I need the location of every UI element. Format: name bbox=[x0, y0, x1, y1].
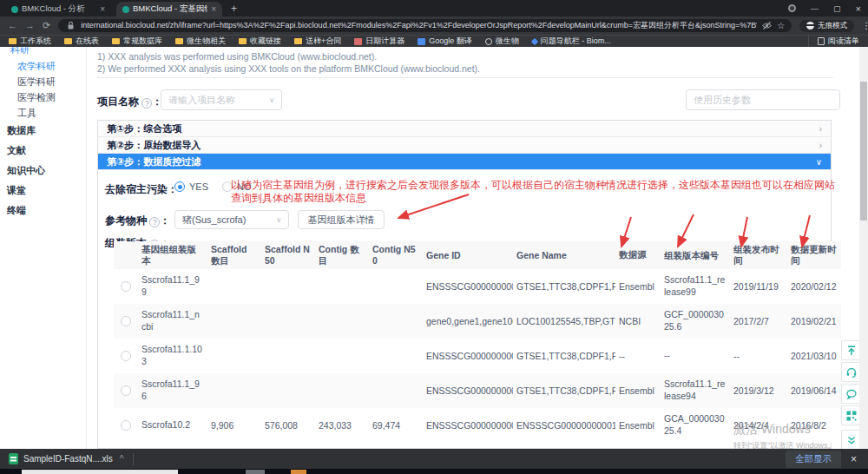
row-radio[interactable] bbox=[121, 281, 131, 292]
back-to-top-button[interactable] bbox=[841, 340, 861, 360]
col-gene-name: Gene Name bbox=[513, 250, 615, 260]
cell-release-date: 2019/11/19 bbox=[730, 281, 787, 292]
floating-toolbar bbox=[841, 340, 861, 449]
show-all-downloads-button[interactable]: 全部显示 bbox=[786, 451, 841, 468]
table-row[interactable]: Sscrofa11.1_99 ENSSSCG00000000002,E... G… bbox=[114, 269, 841, 304]
bookmark-item[interactable]: 问题导航栏 - Biom... bbox=[532, 36, 611, 47]
cell-data-source: NCBI bbox=[615, 316, 661, 326]
customer-service-button[interactable] bbox=[841, 362, 861, 382]
row-radio[interactable] bbox=[121, 316, 131, 326]
cell-assembly-number: Sscrofa11.1_release94 bbox=[661, 379, 730, 402]
shelf-close-icon[interactable]: × bbox=[851, 453, 857, 465]
sidebar-item-research[interactable]: 科研 bbox=[0, 47, 86, 58]
project-name-select[interactable]: 请输入项目名称 ∨ bbox=[161, 89, 282, 110]
file-menu-caret-icon[interactable]: ^ bbox=[120, 454, 124, 464]
steps-accordion: 第①步：综合选项 › 第②步：原始数据导入 › 第③步：数据质控过滤 ∨ 去除宿… bbox=[97, 120, 832, 449]
cell-release-date: 2019/3/12 bbox=[730, 385, 787, 396]
reference-species-select[interactable]: 猪(Sus_scrofa) ∨ bbox=[174, 210, 289, 229]
cell-update-date: 2019/02/21 bbox=[787, 316, 841, 326]
cell-data-source: -- bbox=[615, 351, 661, 361]
eye-off-icon[interactable] bbox=[761, 20, 773, 31]
headset-icon bbox=[845, 366, 858, 379]
help-icon[interactable]: ? bbox=[141, 98, 152, 109]
cell-scaffold-n50: 576,008 bbox=[261, 420, 315, 431]
sidebar-item-medical-research[interactable]: 医学科研 bbox=[0, 74, 86, 89]
bookmark-label: Google 翻译 bbox=[429, 36, 472, 47]
bookmark-item[interactable]: Google 翻译 bbox=[418, 36, 472, 47]
col-assembly-version: 基因组组装版本 bbox=[138, 244, 207, 266]
bookmark-item[interactable]: 微生物相关 bbox=[175, 36, 226, 47]
citation-note-1: 1) XXX analysis was performed using BMKC… bbox=[97, 51, 377, 62]
url-text: international.biocloud.net/zh/iframe?url… bbox=[81, 20, 757, 31]
sidebar-item-medical-testing[interactable]: 医学检测 bbox=[0, 89, 86, 105]
step1-header[interactable]: 第①步：综合选项 › bbox=[98, 121, 831, 137]
step3-header[interactable]: 第③步：数据质控过滤 ∨ bbox=[98, 154, 831, 170]
bookmark-folder-icon bbox=[531, 37, 538, 44]
tab-search-icon[interactable] bbox=[788, 4, 796, 12]
history-params-input[interactable] bbox=[686, 89, 840, 110]
window-maximize-icon[interactable]: ▢ bbox=[833, 4, 841, 13]
reading-list-button[interactable]: 阅读清单 bbox=[808, 36, 859, 47]
table-row[interactable]: Sscrofa10.2 9,906 576,008 243,033 69,474… bbox=[114, 408, 841, 443]
row-radio[interactable] bbox=[121, 351, 131, 361]
bookmark-item[interactable]: 日期计算器 bbox=[354, 36, 404, 47]
window-minimize-icon[interactable]: — bbox=[811, 4, 819, 13]
sidebar-item-agri-research[interactable]: 农学科研 bbox=[0, 58, 86, 74]
row-radio-cell bbox=[114, 281, 138, 292]
browser-tab-metagenome[interactable]: BMKCloud - 宏基因组分析平台 × bbox=[116, 2, 222, 16]
cell-update-date: 2019/06/14 bbox=[787, 385, 841, 396]
radio-yes[interactable]: YES bbox=[174, 181, 208, 192]
table-row[interactable]: Sscrofa11.1_ncbi gene0,gene1,gene100,ge.… bbox=[114, 304, 841, 339]
row-radio[interactable] bbox=[121, 385, 131, 396]
browser-tab-analysis[interactable]: BMKCloud - 分析 × bbox=[5, 2, 111, 16]
table-row[interactable]: Sscrofa11.1.103 ENSSSCG00000000002,E... … bbox=[114, 339, 841, 373]
tab-close-icon[interactable]: × bbox=[211, 4, 216, 14]
qr-code-icon bbox=[845, 410, 858, 422]
window-close-icon[interactable]: × bbox=[856, 3, 861, 14]
sidebar-item-classroom[interactable]: 课堂 bbox=[0, 181, 86, 201]
sidebar-item-knowledge-center[interactable]: 知识中心 bbox=[0, 161, 86, 181]
url-bar[interactable]: international.biocloud.net/zh/iframe?url… bbox=[58, 19, 792, 32]
bmkcloud-favicon bbox=[122, 6, 129, 13]
cell-update-date: 2020/02/12 bbox=[787, 281, 841, 292]
tab-title: BMKCloud - 宏基因组分析平台 bbox=[133, 3, 207, 15]
browser-menu-icon[interactable]: ⋮ bbox=[862, 21, 868, 30]
bookmark-item[interactable]: 工作系统 bbox=[9, 36, 51, 47]
download-shelf: SampleID-FastqN....xls ^ 全部显示 × bbox=[0, 449, 868, 469]
tab-close-icon[interactable]: × bbox=[100, 4, 105, 14]
bookmark-item[interactable]: 送样+合同 bbox=[294, 36, 341, 47]
bookmark-star-icon[interactable]: ☆ bbox=[777, 21, 785, 30]
bookmark-item[interactable]: 微生物 bbox=[485, 36, 519, 47]
downloaded-file-chip[interactable]: SampleID-FastqN....xls ^ bbox=[0, 449, 133, 469]
cell-release-date: -- bbox=[730, 351, 787, 361]
table-row[interactable]: Sscrofa11.1_96 ENSSSCG00000000002,E... G… bbox=[114, 373, 841, 408]
divider bbox=[97, 77, 833, 78]
cell-assembly-number: GCF_000003025.6 bbox=[661, 309, 730, 332]
page-scrollbar[interactable] bbox=[859, 47, 868, 449]
reading-list-label: 阅读清单 bbox=[828, 36, 859, 47]
new-tab-icon[interactable]: + bbox=[231, 3, 237, 15]
collapse-toolbar-button[interactable] bbox=[841, 430, 861, 449]
bookmark-item[interactable]: 收藏链接 bbox=[239, 36, 281, 47]
scrollbar-thumb[interactable] bbox=[860, 82, 867, 221]
reload-icon[interactable]: ⟳ bbox=[43, 21, 50, 30]
sidebar-item-database[interactable]: 数据库 bbox=[0, 121, 86, 141]
sidebar-item-literature[interactable]: 文献 bbox=[0, 141, 86, 161]
back-icon[interactable]: ← bbox=[8, 21, 17, 30]
step2-header[interactable]: 第②步：原始数据导入 › bbox=[98, 137, 831, 154]
row-radio-cell bbox=[114, 351, 138, 361]
genome-version-detail-button[interactable]: 基因组版本详情 bbox=[298, 210, 385, 229]
col-scaffold-n50: Scaffold N50 bbox=[261, 244, 315, 266]
help-icon[interactable]: ? bbox=[149, 217, 160, 227]
sidebar-item-terminal[interactable]: 终端 bbox=[0, 201, 86, 221]
bookmark-item[interactable]: 常规数据库 bbox=[112, 36, 162, 47]
col-contig-n50: Contig N50 bbox=[369, 244, 423, 266]
cell-release-date: 2017/2/7 bbox=[730, 316, 787, 326]
sidebar-item-tools[interactable]: 工具 bbox=[0, 105, 86, 121]
forward-icon[interactable]: → bbox=[25, 21, 35, 30]
qr-code-button[interactable] bbox=[841, 405, 861, 425]
row-radio[interactable] bbox=[121, 420, 131, 431]
feedback-chat-button[interactable] bbox=[841, 384, 861, 404]
bookmark-item[interactable]: 在线表 bbox=[64, 36, 99, 47]
cell-version: Sscrofa11.1_96 bbox=[138, 379, 207, 402]
